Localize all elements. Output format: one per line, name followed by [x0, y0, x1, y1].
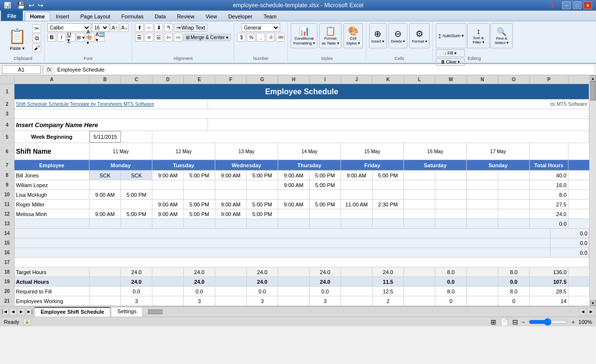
cell-L8[interactable] — [404, 171, 435, 180]
cell-E20[interactable]: 0.0 — [184, 287, 215, 296]
cell-I13[interactable] — [310, 219, 341, 228]
cell-B18[interactable] — [89, 267, 121, 277]
cell-A9[interactable]: Wiliam Lopez — [15, 180, 89, 189]
cell-F10[interactable] — [215, 190, 247, 199]
italic-button[interactable]: I — [57, 33, 66, 42]
cell-P8[interactable]: 40.0 — [530, 171, 568, 180]
h-scroll-left[interactable]: ◄ — [579, 308, 587, 316]
row-num-7[interactable]: 7 — [0, 160, 15, 170]
text-direction-button[interactable]: ↰ — [164, 23, 173, 32]
cell-C21[interactable]: 3 — [121, 296, 152, 306]
cell-B8[interactable]: SCK — [89, 171, 121, 180]
delete-cells-button[interactable]: ⊖ Delete ▾ — [388, 23, 407, 48]
col-header-I[interactable]: I — [310, 75, 341, 84]
cell-I8[interactable]: 5:00 PM — [310, 171, 341, 180]
cell-D9[interactable] — [152, 180, 184, 189]
cell-B19[interactable] — [89, 277, 121, 286]
row-num-21[interactable]: 21 — [0, 296, 15, 306]
cell-D13[interactable] — [152, 219, 184, 228]
cell-D12[interactable]: 9:00 AM — [152, 209, 184, 218]
cell-styles-button[interactable]: 🎨 CellStyles ▾ — [343, 23, 363, 48]
col-header-H[interactable]: H — [278, 75, 310, 84]
cell-F8[interactable]: 9:00 AM — [215, 171, 247, 180]
col-header-B[interactable]: B — [89, 75, 121, 84]
cell-E11[interactable]: 5:00 PM — [184, 200, 215, 209]
tab-view[interactable]: View — [200, 12, 223, 21]
cell-H9[interactable]: 9:00 AM — [278, 180, 310, 189]
cell-F18[interactable] — [215, 267, 247, 277]
row-num-17[interactable]: 17 — [0, 258, 15, 267]
col-header-C[interactable]: C — [121, 75, 152, 84]
col-header-N[interactable]: N — [467, 75, 498, 84]
cell-P19[interactable]: 107.5 — [530, 277, 568, 286]
cell-O8[interactable] — [498, 171, 530, 180]
cell-I20[interactable]: 0.0 — [310, 287, 341, 296]
cell-B12[interactable]: 9:00 AM — [89, 209, 121, 218]
page-layout-view-button[interactable]: 📄 — [500, 318, 508, 326]
maximize-button[interactable]: □ — [573, 1, 581, 9]
font-color-button[interactable]: A🔤 ▾ — [96, 33, 104, 42]
col-header-J[interactable]: J — [341, 75, 372, 84]
cell-B20[interactable] — [89, 287, 121, 296]
col-header-K[interactable]: K — [372, 75, 404, 84]
tab-review[interactable]: Review — [172, 12, 200, 21]
row-num-13[interactable]: 13 — [0, 219, 15, 228]
cell-O11[interactable] — [498, 200, 530, 209]
col-header-O[interactable]: O — [498, 75, 530, 84]
cut-button[interactable]: ✂ — [32, 24, 41, 33]
row-num-16[interactable]: 16 — [0, 248, 15, 257]
cell-O18[interactable]: 8.0 — [498, 267, 530, 277]
cell-O19[interactable]: 0.0 — [498, 277, 530, 286]
decrease-font-button[interactable]: A↓ — [120, 23, 129, 32]
cell-P11[interactable]: 27.5 — [530, 200, 568, 209]
cell-A13[interactable] — [15, 219, 89, 228]
cell-J10[interactable] — [341, 190, 372, 199]
undo-qat-button[interactable]: ↩ — [28, 1, 35, 10]
cell-P12[interactable]: 24.0 — [530, 209, 568, 218]
conditional-formatting-button[interactable]: 📊 ConditionalFormatting ▾ — [291, 23, 317, 48]
save-qat-button[interactable]: 💾 — [16, 1, 26, 10]
cell-A10[interactable]: Lisa McHugh — [15, 190, 89, 199]
tab-team[interactable]: Team — [258, 12, 282, 21]
cell-B11[interactable] — [89, 200, 121, 209]
cell-F20[interactable] — [215, 287, 247, 296]
cell-H8[interactable]: 9:00 AM — [278, 171, 310, 180]
cell-B13[interactable] — [89, 219, 121, 228]
row-num-4[interactable]: 4 — [0, 119, 15, 131]
cell-N20[interactable] — [467, 287, 498, 296]
cell-row3[interactable] — [15, 109, 589, 118]
col-header-M[interactable]: M — [435, 75, 467, 84]
row-num-5[interactable]: 5 — [0, 131, 15, 143]
cell-E21[interactable]: 3 — [184, 296, 215, 306]
cell-N8[interactable] — [467, 171, 498, 180]
cell-L20[interactable] — [404, 287, 435, 296]
decrease-decimal-button[interactable]: .0 — [266, 33, 275, 42]
cell-M18[interactable]: 8.0 — [435, 267, 467, 277]
cell-O21[interactable]: 0 — [498, 296, 530, 306]
cell-D19[interactable] — [152, 277, 184, 286]
cell-B5[interactable]: 5/11/2015 — [89, 131, 121, 143]
cell-L21[interactable] — [404, 296, 435, 306]
cell-H20[interactable] — [278, 287, 310, 296]
cell-M9[interactable] — [435, 180, 467, 189]
h-scroll-thumb[interactable] — [148, 309, 163, 314]
cell-J9[interactable] — [341, 180, 372, 189]
cell-row15[interactable] — [15, 238, 551, 248]
comma-button[interactable]: , — [256, 33, 265, 42]
cell-N18[interactable] — [467, 267, 498, 277]
cell-P10[interactable]: 8.0 — [530, 190, 568, 199]
cell-B9[interactable] — [89, 180, 121, 189]
sheet-nav-first[interactable]: |◄ — [1, 308, 9, 316]
cell-P14[interactable]: 0.0 — [551, 229, 589, 238]
cell-J13[interactable] — [341, 219, 372, 228]
wrap-text-button[interactable]: ⇥ Wrap Text — [174, 24, 208, 32]
sort-filter-button[interactable]: ↕ Sort &Filter ▾ — [467, 23, 490, 48]
sheet-nav-last[interactable]: ►| — [26, 308, 33, 316]
cell-C10[interactable]: 5:00 PM — [121, 190, 152, 199]
cell-G10[interactable] — [247, 190, 278, 199]
underline-button[interactable]: U ▾ — [67, 33, 75, 42]
cell-M21[interactable]: 0 — [435, 296, 467, 306]
cell-K9[interactable] — [372, 180, 404, 189]
cell-H19[interactable] — [278, 277, 310, 286]
cell-L18[interactable] — [404, 267, 435, 277]
